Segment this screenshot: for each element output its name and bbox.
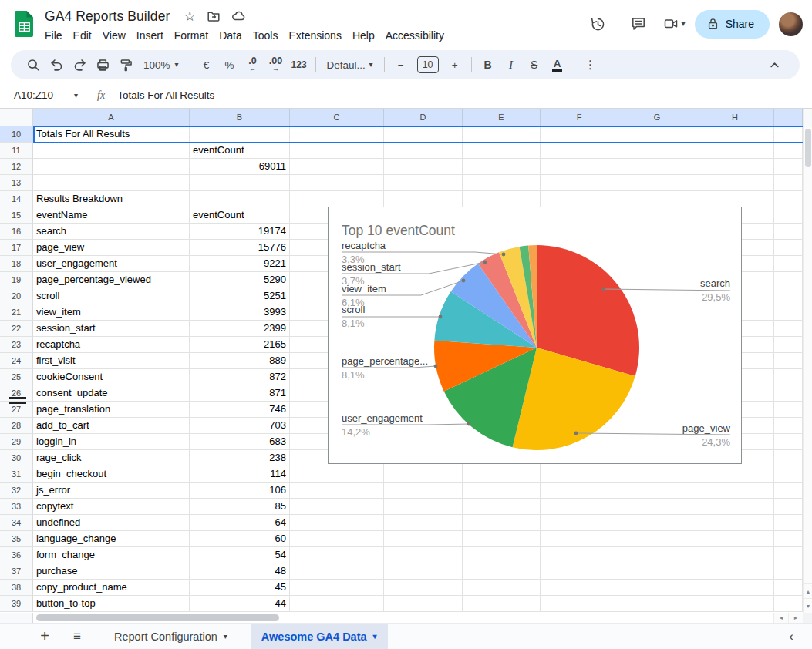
cell-H35[interactable] <box>696 531 774 547</box>
horizontal-scrollbar[interactable]: ◄ ► <box>0 613 803 623</box>
cell-H32[interactable] <box>696 483 774 499</box>
cell-partial25[interactable] <box>774 369 803 385</box>
cell-B17[interactable]: 15776 <box>190 240 290 256</box>
row-header-12[interactable]: 12 <box>0 159 33 175</box>
row-header-26[interactable]: 26 <box>0 385 33 402</box>
sheet-tab-awesome-ga4-data[interactable]: Awesome GA4 Data ▾ <box>251 624 388 649</box>
row-header-34[interactable]: 34 <box>0 515 33 531</box>
row-resize-handle[interactable] <box>9 397 26 399</box>
cell-D32[interactable] <box>384 483 463 499</box>
cell-partial29[interactable] <box>774 434 803 450</box>
cell-C38[interactable] <box>290 580 384 596</box>
cell-partial13[interactable] <box>774 175 803 191</box>
cell-partial24[interactable] <box>774 353 803 369</box>
strikethrough-button[interactable]: S <box>523 54 546 76</box>
column-header-C[interactable]: C <box>290 109 384 126</box>
redo-icon[interactable] <box>68 54 91 76</box>
cell-C13[interactable] <box>290 175 384 191</box>
cell-F33[interactable] <box>541 499 618 515</box>
cell-partial14[interactable] <box>774 191 803 207</box>
cell-partial21[interactable] <box>774 304 803 321</box>
cell-partial19[interactable] <box>774 272 803 288</box>
cell-A25[interactable]: cookieConsent <box>33 369 190 385</box>
cell-B21[interactable]: 3993 <box>190 304 290 321</box>
cell-H38[interactable] <box>696 580 774 596</box>
cell-H12[interactable] <box>696 159 774 175</box>
cell-A26[interactable]: consent_update <box>33 385 190 402</box>
row-header-30[interactable]: 30 <box>0 450 33 466</box>
row-header-11[interactable]: 11 <box>0 143 33 159</box>
font-size-input[interactable]: 10 <box>417 56 439 73</box>
cell-C31[interactable] <box>290 466 384 483</box>
cell-A11[interactable] <box>33 143 190 159</box>
row-header-17[interactable]: 17 <box>0 240 33 256</box>
cell-C32[interactable] <box>290 483 384 499</box>
name-box[interactable]: A10:Z10 <box>14 89 72 101</box>
cell-B14[interactable] <box>190 191 290 207</box>
cell-D11[interactable] <box>384 143 463 159</box>
row-header-19[interactable]: 19 <box>0 272 33 288</box>
cell-partial39[interactable] <box>774 596 803 612</box>
row-header-18[interactable]: 18 <box>0 256 33 272</box>
menu-tools[interactable]: Tools <box>248 28 284 43</box>
cell-B25[interactable]: 872 <box>190 369 290 385</box>
cell-partial28[interactable] <box>774 418 803 434</box>
cell-partial30[interactable] <box>774 450 803 466</box>
cell-A38[interactable]: copy_product_name <box>33 580 190 596</box>
more-options-icon[interactable]: ⋮ <box>579 54 602 76</box>
cell-F31[interactable] <box>541 466 618 483</box>
row-header-13[interactable]: 13 <box>0 175 33 191</box>
cell-G33[interactable] <box>618 499 696 515</box>
cell-A31[interactable]: begin_checkout <box>33 466 190 483</box>
cell-C12[interactable] <box>290 159 384 175</box>
cell-G32[interactable] <box>618 483 696 499</box>
cell-C11[interactable] <box>290 143 384 159</box>
scroll-right-button[interactable]: ► <box>788 613 803 623</box>
row-header-27[interactable]: 27 <box>0 402 33 418</box>
cell-B11[interactable]: eventCount <box>190 143 290 159</box>
cell-D38[interactable] <box>384 580 463 596</box>
row-header-10[interactable]: 10 <box>0 126 33 143</box>
cell-B23[interactable]: 2165 <box>190 337 290 353</box>
cell-H36[interactable] <box>696 547 774 563</box>
horizontal-scrollbar-thumb[interactable] <box>36 614 279 621</box>
cell-A22[interactable]: session_start <box>33 321 190 337</box>
cell-F10[interactable] <box>541 126 618 143</box>
format-currency-button[interactable]: € <box>195 54 218 76</box>
cell-H13[interactable] <box>696 175 774 191</box>
cell-partial23[interactable] <box>774 337 803 353</box>
cell-A32[interactable]: js_error <box>33 483 190 499</box>
cell-A39[interactable]: button_to-top <box>33 596 190 612</box>
column-header-B[interactable]: B <box>190 109 290 126</box>
cell-B12[interactable]: 69011 <box>190 159 290 175</box>
hide-menus-icon[interactable] <box>763 54 786 76</box>
star-icon[interactable]: ☆ <box>184 10 195 23</box>
row-header-22[interactable]: 22 <box>0 321 33 337</box>
cell-A37[interactable]: purchase <box>33 563 190 580</box>
menu-help[interactable]: Help <box>347 28 380 43</box>
cell-partial20[interactable] <box>774 288 803 304</box>
cell-F36[interactable] <box>541 547 618 563</box>
cell-E10[interactable] <box>463 126 541 143</box>
row-header-29[interactable]: 29 <box>0 434 33 450</box>
cell-partial22[interactable] <box>774 321 803 337</box>
embedded-pie-chart[interactable]: Top 10 eventCountrecaptcha3,3%session_st… <box>328 207 742 464</box>
cell-A24[interactable]: first_visit <box>33 353 190 369</box>
cell-G31[interactable] <box>618 466 696 483</box>
sheet-tab-report-configuration[interactable]: Report Configuration ▾ <box>103 624 238 649</box>
column-header-E[interactable]: E <box>463 109 541 126</box>
cell-partial32[interactable] <box>774 483 803 499</box>
row-header-15[interactable]: 15 <box>0 207 33 224</box>
cell-E37[interactable] <box>463 563 541 580</box>
cell-G34[interactable] <box>618 515 696 531</box>
cell-C34[interactable] <box>290 515 384 531</box>
cell-B29[interactable]: 683 <box>190 434 290 450</box>
cell-F12[interactable] <box>541 159 618 175</box>
column-header-H[interactable]: H <box>696 109 774 126</box>
cell-F13[interactable] <box>541 175 618 191</box>
cell-D12[interactable] <box>384 159 463 175</box>
formula-input[interactable]: Totals For All Results <box>117 89 214 101</box>
column-header-G[interactable]: G <box>618 109 696 126</box>
font-select[interactable]: Defaul... ▾ <box>321 54 379 76</box>
row-header-25[interactable]: 25 <box>0 369 33 385</box>
